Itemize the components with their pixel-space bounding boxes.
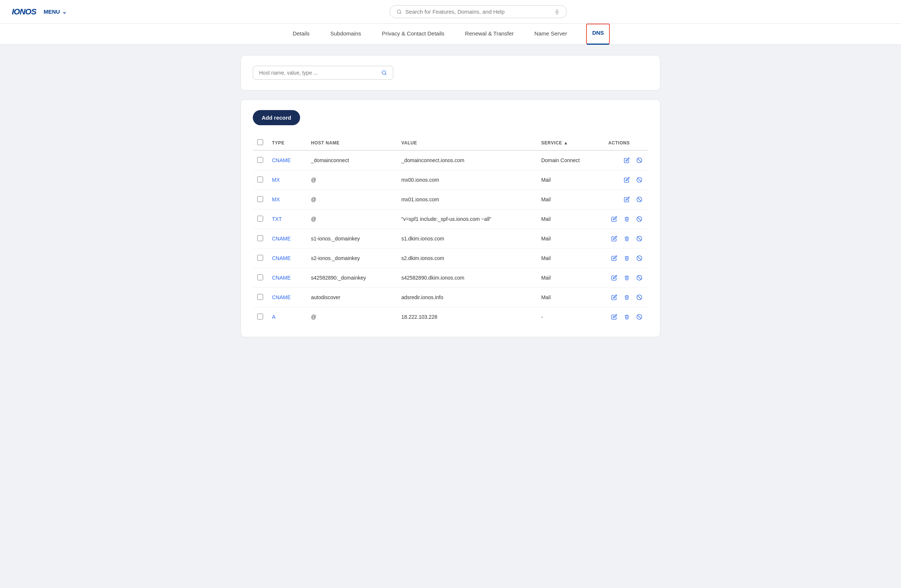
tab-dns[interactable]: DNS (586, 23, 610, 44)
global-search-input[interactable] (405, 8, 551, 15)
tab-details[interactable]: Details (291, 23, 311, 44)
disable-icon-2[interactable] (635, 195, 644, 204)
row-checkbox-4[interactable] (257, 235, 263, 241)
record-hostname-5: s2-ionos._domainkey (307, 249, 397, 268)
record-hostname-0: _domainconnect (307, 150, 397, 170)
record-value-3: "v=spf1 include:_spf-us.ionos.com ~all" (397, 209, 536, 229)
table-row: A@18.222.103.228- (253, 307, 648, 327)
edit-icon-3[interactable] (610, 215, 619, 224)
dns-table-card: Add record TYPE HOST NAME VALUE SERVICE … (241, 100, 660, 337)
record-actions-7 (604, 288, 648, 307)
delete-icon-3[interactable] (622, 215, 631, 224)
disable-icon-3[interactable] (635, 215, 644, 224)
edit-icon-0[interactable] (622, 156, 631, 165)
row-checkbox-6[interactable] (257, 274, 263, 280)
table-row: MX@mx00.ionos.comMail (253, 170, 648, 190)
th-service[interactable]: SERVICE ▲ (536, 135, 604, 150)
th-type: TYPE (268, 135, 307, 150)
edit-icon-7[interactable] (610, 293, 619, 302)
delete-icon-7[interactable] (622, 293, 631, 302)
record-actions-5 (604, 249, 648, 268)
row-checkbox-1[interactable] (257, 177, 263, 182)
svg-line-8 (638, 159, 641, 162)
disable-icon-5[interactable] (635, 254, 644, 263)
table-row: CNAMEs1-ionos._domainkeys1.dkim.ionos.co… (253, 229, 648, 249)
record-type-3[interactable]: TXT (272, 216, 282, 222)
edit-icon-8[interactable] (610, 313, 619, 321)
record-type-6[interactable]: CNAME (272, 275, 291, 281)
record-hostname-6: s42582890._domainkey (307, 268, 397, 288)
table-row: CNAMEs42582890._domainkeys42582890.dkim.… (253, 268, 648, 288)
edit-icon-1[interactable] (622, 176, 631, 184)
record-actions-0 (604, 150, 648, 170)
record-type-7[interactable]: CNAME (272, 294, 291, 300)
delete-icon-8[interactable] (622, 313, 631, 321)
delete-icon-5[interactable] (622, 254, 631, 263)
tab-privacy-contact-details[interactable]: Privacy & Contact Details (380, 23, 446, 44)
search-icon (396, 9, 402, 15)
edit-icon-6[interactable] (610, 273, 619, 282)
row-checkbox-0[interactable] (257, 157, 263, 163)
record-service-5: Mail (536, 249, 604, 268)
record-value-2: mx01.ionos.com (397, 190, 536, 209)
dns-search-card (241, 55, 660, 90)
edit-icon-4[interactable] (610, 234, 619, 243)
svg-line-14 (638, 217, 641, 221)
table-row: TXT@"v=spf1 include:_spf-us.ionos.com ~a… (253, 209, 648, 229)
th-select-all (253, 135, 268, 150)
record-service-4: Mail (536, 229, 604, 249)
disable-icon-6[interactable] (635, 273, 644, 282)
edit-icon-2[interactable] (622, 195, 631, 204)
record-service-2: Mail (536, 190, 604, 209)
main-content: Add record TYPE HOST NAME VALUE SERVICE … (229, 45, 672, 348)
record-service-6: Mail (536, 268, 604, 288)
tab-name-server[interactable]: Name Server (533, 23, 568, 44)
record-hostname-8: @ (307, 307, 397, 327)
tab-renewal-transfer[interactable]: Renewal & Transfer (463, 23, 515, 44)
disable-icon-8[interactable] (635, 313, 644, 321)
svg-line-18 (638, 256, 641, 260)
table-row: CNAME_domainconnect_domainconnect.ionos.… (253, 150, 648, 170)
record-type-2[interactable]: MX (272, 196, 280, 202)
th-hostname: HOST NAME (307, 135, 397, 150)
record-type-8[interactable]: A (272, 314, 275, 320)
disable-icon-0[interactable] (635, 156, 644, 165)
row-checkbox-3[interactable] (257, 216, 263, 222)
dns-search-input[interactable] (259, 70, 378, 76)
mic-icon[interactable] (554, 9, 560, 15)
svg-line-22 (638, 296, 641, 299)
record-value-1: mx00.ionos.com (397, 170, 536, 190)
disable-icon-1[interactable] (635, 176, 644, 184)
row-checkbox-5[interactable] (257, 255, 263, 261)
svg-line-24 (638, 315, 641, 318)
search-input-wrap (390, 5, 567, 18)
global-search-bar (67, 5, 889, 18)
select-all-checkbox[interactable] (257, 139, 263, 145)
record-type-4[interactable]: CNAME (272, 236, 291, 241)
delete-icon-6[interactable] (622, 273, 631, 282)
tab-subdomains[interactable]: Subdomains (329, 23, 363, 44)
row-checkbox-7[interactable] (257, 294, 263, 300)
menu-button[interactable]: MENU ⌄ (44, 8, 67, 15)
dns-search-icon[interactable] (381, 70, 387, 76)
record-value-5: s2.dkim.ionos.com (397, 249, 536, 268)
record-type-1[interactable]: MX (272, 177, 280, 183)
edit-icon-5[interactable] (610, 254, 619, 263)
record-actions-8 (604, 307, 648, 327)
add-record-button[interactable]: Add record (253, 110, 300, 125)
chevron-down-icon: ⌄ (62, 8, 67, 15)
record-type-0[interactable]: CNAME (272, 157, 291, 163)
record-service-1: Mail (536, 170, 604, 190)
disable-icon-4[interactable] (635, 234, 644, 243)
record-actions-1 (604, 170, 648, 190)
row-checkbox-8[interactable] (257, 314, 263, 319)
svg-line-16 (638, 237, 641, 240)
record-value-8: 18.222.103.228 (397, 307, 536, 327)
delete-icon-4[interactable] (622, 234, 631, 243)
disable-icon-7[interactable] (635, 293, 644, 302)
table-row: CNAMEs2-ionos._domainkeys2.dkim.ionos.co… (253, 249, 648, 268)
row-checkbox-2[interactable] (257, 196, 263, 202)
record-type-5[interactable]: CNAME (272, 255, 291, 261)
svg-line-1 (400, 12, 401, 14)
record-service-0: Domain Connect (536, 150, 604, 170)
